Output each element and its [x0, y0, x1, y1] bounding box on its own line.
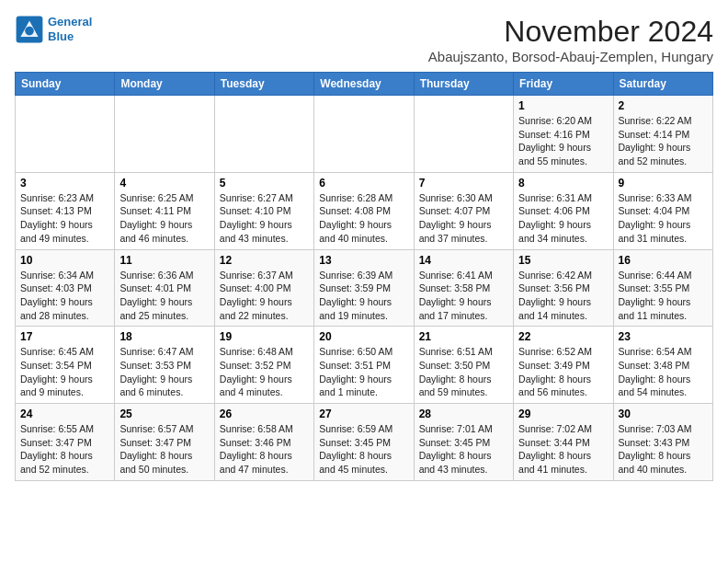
calendar-cell: [214, 96, 313, 173]
calendar-cell: 14Sunrise: 6:41 AMSunset: 3:58 PMDayligh…: [414, 249, 513, 327]
calendar-cell: 23Sunrise: 6:54 AMSunset: 3:48 PMDayligh…: [613, 327, 712, 404]
day-info: Sunrise: 7:01 AMSunset: 3:45 PMDaylight:…: [419, 422, 508, 477]
day-info: Sunrise: 6:50 AMSunset: 3:51 PMDaylight:…: [319, 345, 408, 399]
logo-icon: [15, 15, 44, 44]
day-number: 30: [619, 408, 708, 420]
day-info: Sunrise: 6:23 AMSunset: 4:13 PMDaylight:…: [20, 191, 109, 246]
day-info: Sunrise: 6:20 AMSunset: 4:16 PMDaylight:…: [518, 114, 608, 168]
day-number: 22: [518, 330, 608, 343]
calendar-week-1: 1Sunrise: 6:20 AMSunset: 4:16 PMDaylight…: [16, 96, 713, 173]
calendar-cell: 29Sunrise: 7:02 AMSunset: 3:44 PMDayligh…: [514, 404, 613, 481]
day-number: 11: [119, 254, 209, 267]
calendar-cell: 24Sunrise: 6:55 AMSunset: 3:47 PMDayligh…: [16, 404, 115, 481]
day-number: 13: [319, 254, 408, 267]
calendar-cell: 17Sunrise: 6:45 AMSunset: 3:54 PMDayligh…: [16, 327, 115, 404]
weekday-header-wednesday: Wednesday: [314, 73, 414, 96]
day-number: 8: [518, 177, 608, 190]
day-info: Sunrise: 6:34 AMSunset: 4:03 PMDaylight:…: [20, 269, 109, 323]
day-number: 24: [20, 408, 109, 420]
calendar-cell: 18Sunrise: 6:47 AMSunset: 3:53 PMDayligh…: [115, 327, 214, 404]
weekday-header-saturday: Saturday: [613, 73, 712, 96]
calendar-cell: 30Sunrise: 7:03 AMSunset: 3:43 PMDayligh…: [613, 404, 712, 481]
day-info: Sunrise: 6:27 AMSunset: 4:10 PMDaylight:…: [220, 191, 309, 246]
calendar-cell: 5Sunrise: 6:27 AMSunset: 4:10 PMDaylight…: [214, 172, 313, 249]
day-number: 16: [619, 254, 708, 267]
day-info: Sunrise: 6:48 AMSunset: 3:52 PMDaylight:…: [220, 345, 309, 399]
page-header: General Blue November 2024 Abaujszanto, …: [15, 15, 713, 64]
day-info: Sunrise: 6:31 AMSunset: 4:06 PMDaylight:…: [518, 191, 608, 246]
logo-line1: General: [48, 15, 92, 29]
calendar-cell: 1Sunrise: 6:20 AMSunset: 4:16 PMDaylight…: [514, 96, 613, 173]
calendar-cell: 28Sunrise: 7:01 AMSunset: 3:45 PMDayligh…: [414, 404, 513, 481]
calendar-cell: [314, 96, 414, 173]
day-info: Sunrise: 6:42 AMSunset: 3:56 PMDaylight:…: [518, 269, 608, 323]
day-info: Sunrise: 7:03 AMSunset: 3:43 PMDaylight:…: [619, 422, 708, 477]
calendar-cell: 19Sunrise: 6:48 AMSunset: 3:52 PMDayligh…: [214, 327, 313, 404]
day-info: Sunrise: 6:39 AMSunset: 3:59 PMDaylight:…: [319, 269, 408, 323]
day-number: 15: [518, 254, 608, 267]
calendar-cell: 27Sunrise: 6:59 AMSunset: 3:45 PMDayligh…: [314, 404, 414, 481]
day-info: Sunrise: 6:28 AMSunset: 4:08 PMDaylight:…: [319, 191, 408, 246]
title-block: November 2024 Abaujszanto, Borsod-Abauj-…: [428, 15, 713, 64]
day-info: Sunrise: 7:02 AMSunset: 3:44 PMDaylight:…: [518, 422, 608, 477]
day-number: 18: [119, 330, 209, 343]
day-number: 6: [319, 177, 408, 190]
day-info: Sunrise: 6:30 AMSunset: 4:07 PMDaylight:…: [419, 191, 508, 246]
calendar-cell: [414, 96, 513, 173]
day-number: 5: [220, 177, 309, 190]
page-title: November 2024: [428, 15, 713, 49]
weekday-header-tuesday: Tuesday: [214, 73, 313, 96]
calendar-cell: [115, 96, 214, 173]
calendar-cell: 13Sunrise: 6:39 AMSunset: 3:59 PMDayligh…: [314, 249, 414, 327]
day-number: 3: [20, 177, 109, 190]
calendar-cell: 9Sunrise: 6:33 AMSunset: 4:04 PMDaylight…: [613, 172, 712, 249]
calendar-cell: 21Sunrise: 6:51 AMSunset: 3:50 PMDayligh…: [414, 327, 513, 404]
weekday-header-monday: Monday: [115, 73, 214, 96]
day-info: Sunrise: 6:57 AMSunset: 3:47 PMDaylight:…: [119, 422, 209, 477]
day-number: 17: [20, 330, 109, 343]
calendar-cell: 6Sunrise: 6:28 AMSunset: 4:08 PMDaylight…: [314, 172, 414, 249]
day-number: 27: [319, 408, 408, 420]
day-number: 1: [518, 99, 608, 112]
calendar-cell: 7Sunrise: 6:30 AMSunset: 4:07 PMDaylight…: [414, 172, 513, 249]
day-info: Sunrise: 6:51 AMSunset: 3:50 PMDaylight:…: [419, 345, 508, 399]
calendar-cell: [16, 96, 115, 173]
calendar-cell: 3Sunrise: 6:23 AMSunset: 4:13 PMDaylight…: [16, 172, 115, 249]
day-info: Sunrise: 6:22 AMSunset: 4:14 PMDaylight:…: [619, 114, 708, 168]
day-info: Sunrise: 6:25 AMSunset: 4:11 PMDaylight:…: [119, 191, 209, 246]
calendar-cell: 12Sunrise: 6:37 AMSunset: 4:00 PMDayligh…: [214, 249, 313, 327]
calendar-cell: 8Sunrise: 6:31 AMSunset: 4:06 PMDaylight…: [514, 172, 613, 249]
day-info: Sunrise: 6:45 AMSunset: 3:54 PMDaylight:…: [20, 345, 109, 399]
logo-line2: Blue: [48, 29, 92, 44]
day-number: 14: [419, 254, 508, 267]
day-number: 29: [518, 408, 608, 420]
calendar-cell: 26Sunrise: 6:58 AMSunset: 3:46 PMDayligh…: [214, 404, 313, 481]
day-number: 25: [119, 408, 209, 420]
day-number: 7: [419, 177, 508, 190]
day-number: 4: [119, 177, 209, 190]
calendar-cell: 25Sunrise: 6:57 AMSunset: 3:47 PMDayligh…: [115, 404, 214, 481]
calendar-week-3: 10Sunrise: 6:34 AMSunset: 4:03 PMDayligh…: [16, 249, 713, 327]
day-number: 23: [619, 330, 708, 343]
calendar-cell: 16Sunrise: 6:44 AMSunset: 3:55 PMDayligh…: [613, 249, 712, 327]
calendar-body: 1Sunrise: 6:20 AMSunset: 4:16 PMDaylight…: [16, 96, 713, 481]
calendar-cell: 15Sunrise: 6:42 AMSunset: 3:56 PMDayligh…: [514, 249, 613, 327]
day-number: 26: [220, 408, 309, 420]
day-number: 10: [20, 254, 109, 267]
day-number: 28: [419, 408, 508, 420]
weekday-header-sunday: Sunday: [16, 73, 115, 96]
calendar-cell: 11Sunrise: 6:36 AMSunset: 4:01 PMDayligh…: [115, 249, 214, 327]
calendar-week-4: 17Sunrise: 6:45 AMSunset: 3:54 PMDayligh…: [16, 327, 713, 404]
day-number: 20: [319, 330, 408, 343]
calendar-week-2: 3Sunrise: 6:23 AMSunset: 4:13 PMDaylight…: [16, 172, 713, 249]
calendar-table: SundayMondayTuesdayWednesdayThursdayFrid…: [15, 72, 713, 481]
page-subtitle: Abaujszanto, Borsod-Abauj-Zemplen, Hunga…: [428, 49, 713, 64]
calendar-cell: 20Sunrise: 6:50 AMSunset: 3:51 PMDayligh…: [314, 327, 414, 404]
svg-point-2: [25, 27, 34, 36]
day-number: 19: [220, 330, 309, 343]
weekday-header-friday: Friday: [514, 73, 613, 96]
day-info: Sunrise: 6:41 AMSunset: 3:58 PMDaylight:…: [419, 269, 508, 323]
day-info: Sunrise: 6:52 AMSunset: 3:49 PMDaylight:…: [518, 345, 608, 399]
day-info: Sunrise: 6:55 AMSunset: 3:47 PMDaylight:…: [20, 422, 109, 477]
day-info: Sunrise: 6:44 AMSunset: 3:55 PMDaylight:…: [619, 269, 708, 323]
